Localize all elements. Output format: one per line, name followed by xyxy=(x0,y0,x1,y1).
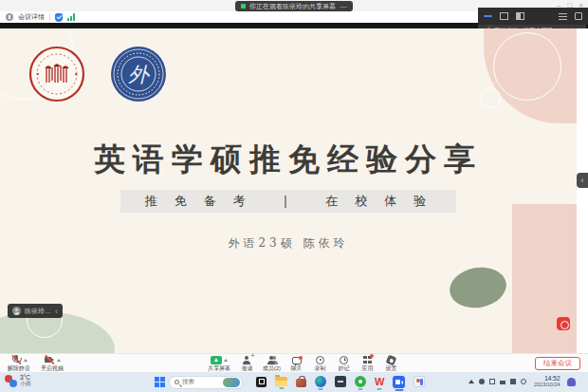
divider xyxy=(49,13,50,21)
tray-battery-icon[interactable] xyxy=(521,379,526,384)
meeting-details-link[interactable]: 会议详情 xyxy=(18,12,45,22)
folder-icon xyxy=(275,377,287,386)
mic-options-caret[interactable] xyxy=(24,359,28,362)
dark-app-button[interactable] xyxy=(335,376,346,387)
sidebar-layout-icon[interactable] xyxy=(516,12,524,20)
weather-temp: 3°C xyxy=(20,374,31,381)
network-signal-icon xyxy=(67,13,75,21)
chat-button[interactable]: 聊天 xyxy=(288,355,305,373)
taskbar-search[interactable]: 搜索 xyxy=(169,376,243,389)
speaker-pill[interactable]: 陈依玲… ‹ xyxy=(8,304,63,318)
end-meeting-button[interactable]: 结束会议 xyxy=(535,357,580,370)
share-banner-text: 你正在观看陈依玲的共享屏幕 xyxy=(249,2,336,11)
screen-share-icon xyxy=(241,4,246,9)
invite-button[interactable]: 邀请 xyxy=(238,355,255,373)
dark-app-icon xyxy=(335,376,346,387)
share-screen-button[interactable]: 共享屏幕 xyxy=(207,355,231,373)
tencent-meeting-button[interactable] xyxy=(393,376,405,388)
tray-volume-icon[interactable] xyxy=(500,381,505,384)
meeting-app-icon xyxy=(393,376,405,388)
toolbar-center-group: 共享屏幕 邀请 成员(2) 聊天 录制 妙记 应用 设置 xyxy=(207,355,400,373)
sidebar-collapse-tab[interactable]: ‹ xyxy=(577,173,588,188)
edge-browser-button[interactable] xyxy=(315,376,326,387)
camera-off-icon xyxy=(45,355,55,364)
meeting-toolbar: 解除静音 开启视频 共享屏幕 邀请 成员(2) 聊天 录制 妙记 xyxy=(0,353,588,372)
toolbar-left-group: 解除静音 开启视频 xyxy=(7,355,64,373)
windows-taskbar: 3°C 小雨 搜索 W 14:52 2023/10/24 xyxy=(0,372,588,392)
fullscreen-icon[interactable] xyxy=(575,12,582,20)
collapsed-sidebar-area xyxy=(577,28,588,353)
green-app-button[interactable] xyxy=(355,376,366,387)
blue-seal-glyph: 外 xyxy=(128,63,151,86)
clock-date: 2023/10/24 xyxy=(534,382,560,388)
decor-circle-topright xyxy=(493,32,561,101)
notification-bell-icon[interactable] xyxy=(567,378,576,386)
apps-badge xyxy=(370,354,374,358)
speaker-name: 陈依玲… xyxy=(25,307,51,316)
slide-subtitle-wrap: 推免备考 | 在校体验 xyxy=(0,190,577,213)
camera-options-caret[interactable] xyxy=(57,359,61,362)
search-placeholder: 搜索 xyxy=(182,378,220,386)
task-view-icon xyxy=(256,377,266,387)
members-button[interactable]: 成员(2) xyxy=(262,355,282,373)
security-shield-icon[interactable] xyxy=(55,13,63,22)
taskbar-clock[interactable]: 14:52 2023/10/24 xyxy=(534,375,560,388)
share-banner[interactable]: 你正在观看陈依玲的共享屏幕 — xyxy=(235,1,353,11)
view-controls-bar xyxy=(478,8,588,25)
green-app-icon xyxy=(355,376,366,387)
taskbar-apps: W xyxy=(256,374,425,389)
record-button[interactable]: 录制 xyxy=(312,355,329,373)
slide-author: 外语23硕 陈依玲 xyxy=(0,235,577,252)
record-icon xyxy=(316,356,324,364)
info-icon xyxy=(6,13,13,21)
weather-desc: 小雨 xyxy=(20,381,31,387)
store-bag-icon xyxy=(296,379,306,387)
weather-icon xyxy=(5,375,17,387)
weather-widget[interactable]: 3°C 小雨 xyxy=(5,374,31,387)
snip-tool-button[interactable] xyxy=(413,376,425,387)
smart-notes-button[interactable]: 妙记 xyxy=(336,355,353,373)
members-icon xyxy=(266,355,277,364)
store-button[interactable] xyxy=(296,377,306,387)
snip-tool-icon xyxy=(413,376,425,387)
hidden-icons-caret[interactable] xyxy=(469,380,474,383)
shared-slide: 外 英语学硕推免经验分享 推免备考 | 在校体验 外语23硕 陈依玲 xyxy=(0,28,577,353)
decor-olive-ellipse xyxy=(447,263,509,312)
unmute-button[interactable]: 解除静音 xyxy=(7,355,31,373)
minimize-view-icon[interactable] xyxy=(484,15,492,18)
system-tray: 14:52 2023/10/24 xyxy=(469,374,576,389)
tray-ime-icon[interactable] xyxy=(510,379,516,384)
apps-icon xyxy=(363,356,372,364)
invite-icon xyxy=(242,355,252,364)
reaction-button[interactable] xyxy=(557,317,570,330)
settings-gear-icon xyxy=(386,354,397,365)
search-highlight-image[interactable] xyxy=(223,378,240,387)
tray-network-icon[interactable] xyxy=(489,379,495,384)
task-view-button[interactable] xyxy=(256,377,266,387)
clock-time: 14:52 xyxy=(544,375,560,382)
settings-button[interactable]: 设置 xyxy=(383,355,400,373)
chat-icon xyxy=(292,357,302,364)
member-list-icon[interactable] xyxy=(559,13,567,20)
apps-button[interactable]: 应用 xyxy=(359,355,377,373)
share-screen-icon xyxy=(211,356,222,364)
search-icon xyxy=(175,380,179,384)
start-button[interactable] xyxy=(155,377,165,387)
blue-university-seal: 外 xyxy=(110,46,167,103)
banner-minimize-button[interactable]: — xyxy=(340,2,347,10)
avatar xyxy=(12,307,21,315)
smart-notes-icon xyxy=(340,356,348,364)
file-explorer-button[interactable] xyxy=(275,377,287,386)
red-university-seal xyxy=(28,46,85,103)
tray-cloud-icon[interactable] xyxy=(479,379,485,384)
start-video-button[interactable]: 开启视频 xyxy=(40,355,64,373)
wps-button[interactable]: W xyxy=(375,376,384,387)
pill-collapse-icon[interactable]: ‹ xyxy=(55,307,58,316)
window-layout-icon[interactable] xyxy=(500,12,508,20)
slide-title: 英语学硕推免经验分享 xyxy=(0,139,577,181)
slide-subtitle: 推免备考 | 在校体验 xyxy=(120,190,457,213)
wps-icon: W xyxy=(375,376,384,387)
share-options-caret[interactable] xyxy=(224,359,228,362)
chat-badge xyxy=(299,356,303,360)
edge-icon xyxy=(315,376,326,387)
